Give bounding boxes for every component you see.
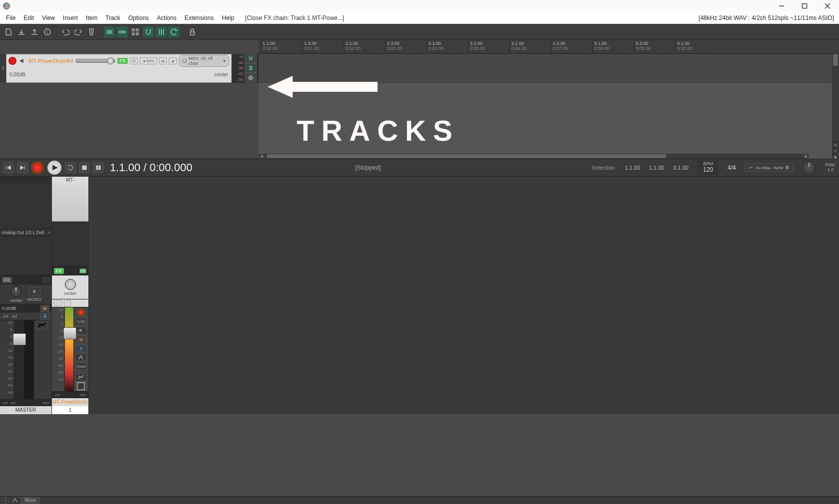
status-route-icon[interactable] [12,497,18,504]
monitor-icon[interactable] [18,57,26,65]
track-number[interactable]: 1 [0,54,6,83]
mixer-track1-number[interactable]: 1 [52,406,88,414]
auto-crossfade-icon[interactable] [104,26,115,37]
mixer-track1-monitor-icon[interactable] [75,326,87,334]
menu-file[interactable]: File [2,13,19,22]
mixer-track1-phase-button[interactable]: ø [64,300,71,306]
mixer-track1-fader[interactable] [64,307,73,391]
snap-icon[interactable] [143,26,154,37]
master-fader[interactable] [14,320,24,399]
save-project-icon[interactable] [29,26,40,37]
phase-button[interactable]: ø [169,57,177,64]
mixer-track1-fx-button[interactable]: FX [54,268,64,274]
go-to-start-button[interactable] [3,162,14,173]
mixer-track1-db-readout[interactable]: 0.00 [75,317,87,325]
arrange-view[interactable]: TRACKS [259,54,832,154]
mixer-track1-env-button[interactable] [75,373,87,381]
mixer-tab[interactable]: Mixer [21,497,40,504]
stop-button[interactable] [79,162,90,173]
mixer-track1-fxchain-button[interactable] [75,382,87,390]
status-info-icon[interactable]: i [2,497,9,504]
menu-insert[interactable]: Insert [59,13,82,22]
track-volume-readout[interactable]: 0.00dB [9,72,25,77]
master-fx-bypass[interactable] [42,277,49,282]
trim-button[interactable]: ◂trim [140,57,157,64]
selection-length[interactable]: 0.1.00 [673,165,689,171]
mixer-track1-fx-bypass[interactable] [79,268,86,273]
hscroll-right-icon[interactable]: ▸ [803,154,809,159]
item-grouping-icon[interactable] [117,26,128,37]
pause-button[interactable] [93,162,104,173]
menu-help[interactable]: Help [218,13,238,22]
zoom-toggle-icon[interactable]: ● [832,154,839,160]
new-project-icon[interactable] [3,26,14,37]
hscroll-left-icon[interactable]: ◂ [259,154,265,159]
master-hw-output[interactable]: Analog Out 1/2 L Delt‹ [0,229,51,237]
mixer-track1-name-top[interactable]: MT-PowerDrumk [52,177,88,184]
mixer-track1-pan-knob[interactable] [65,279,76,290]
horizontal-scrollbar[interactable]: ◂ ▸ [259,154,809,159]
mixer-master-strip[interactable]: Analog Out 1/2 L Delt‹ FX center ◐ MONO … [0,177,52,414]
master-mono-indicator[interactable]: ◐ [28,287,40,296]
record-arm-button[interactable] [8,57,16,65]
track-name[interactable]: MT-PowerDrumKit [28,58,73,64]
master-env-button[interactable] [36,321,48,329]
grid-lines-icon[interactable] [156,26,167,37]
track-solo-button[interactable]: S [245,63,257,73]
menu-actions[interactable]: Actions [153,13,180,22]
fx-button[interactable]: FX [117,58,128,64]
maximize-button[interactable] [793,0,816,12]
menu-extensions[interactable]: Extensions [180,13,218,22]
menu-options[interactable]: Options [124,13,153,22]
menu-item[interactable]: Item [82,13,101,22]
open-project-icon[interactable] [16,26,27,37]
ripple-edit-icon[interactable] [169,26,180,37]
menu-edit[interactable]: Edit [19,13,38,22]
redo-icon[interactable] [73,26,84,37]
track-route-button[interactable] [245,73,257,82]
metronome-icon[interactable] [86,26,97,37]
close-button[interactable] [816,0,839,12]
mixer-track1-solo-button[interactable]: S [75,344,87,352]
mixer-track1-strip[interactable]: MT-PowerDrumk FX center inø 1260-6-12-18… [52,177,89,414]
track-mute-button[interactable]: M [245,54,257,63]
record-button[interactable] [31,161,44,174]
master-mono-label[interactable]: MONO [27,297,41,302]
zoom-in-v-icon[interactable]: + [832,142,839,148]
audio-device-status[interactable]: [48kHz 24bit WAV : 4/2ch 512spls ~11/11m… [699,14,837,21]
mixer-track1-route-button[interactable] [75,353,87,361]
midi-input-selector[interactable]: MIDI: All: All chan ▾ [179,55,229,67]
input-button[interactable]: in [159,57,167,64]
minimize-button[interactable] [770,0,793,12]
mixer-track1-recarm[interactable] [77,308,85,316]
master-db-readout[interactable]: 0.00dB [2,306,16,311]
mixer-track1-name-bottom[interactable]: MT-PowerDrum [52,398,88,406]
transport-time[interactable]: 1.1.00 / 0:00.000 [110,161,192,174]
play-button[interactable] [47,160,62,175]
fx-input-button[interactable] [130,57,138,64]
mixer-track1-trim-label[interactable]: trim [80,393,86,397]
menu-view[interactable]: View [38,13,59,22]
selection-start[interactable]: 1.1.00 [625,165,640,171]
grid-icon[interactable] [130,26,141,37]
master-fx-button[interactable]: FX [2,277,12,283]
undo-icon[interactable] [60,26,71,37]
lock-icon[interactable] [187,26,198,37]
volume-slider[interactable] [75,59,115,63]
time-signature[interactable]: 4/4 [728,164,736,171]
mixer-track1-mute-button[interactable]: M [75,335,87,343]
master-solo-button[interactable]: S [40,313,49,320]
selection-end[interactable]: 1.1.00 [649,165,665,171]
vertical-scrollbar[interactable] [832,54,839,154]
go-to-end-button[interactable] [17,162,28,173]
bpm-box[interactable]: BPM 120 [698,161,719,175]
project-settings-icon[interactable]: i [42,26,53,37]
repeat-button[interactable] [65,162,76,173]
master-pan-knob[interactable] [10,286,21,297]
playrate-knob[interactable] [802,161,816,175]
master-mute-button[interactable]: M [40,305,49,312]
global-automation-mode[interactable]: GLOBAL none ⦿ [745,164,793,172]
menu-track[interactable]: Track [101,13,124,22]
mixer-track1-in-button[interactable]: in [54,300,62,306]
track-control-panel[interactable]: MT-PowerDrumKit FX ◂trim in ø MIDI: All:… [6,54,232,83]
